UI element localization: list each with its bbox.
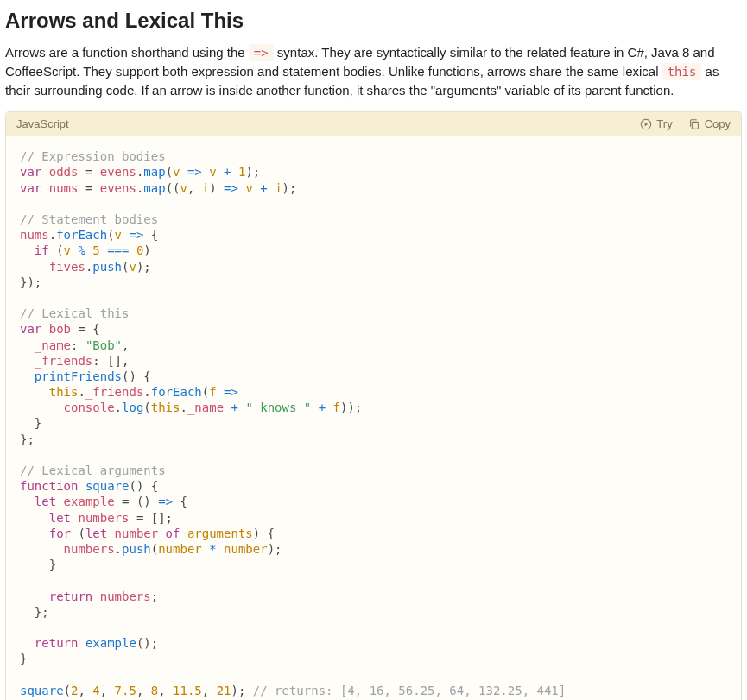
tok: % (71, 243, 92, 257)
tok: : (71, 338, 85, 352)
tok: odds (49, 165, 79, 179)
tok: nums (20, 228, 49, 242)
tok (20, 527, 49, 540)
code-comment: // Statement bodies (20, 212, 158, 226)
tok: _name (35, 338, 71, 352)
tok: + (217, 165, 238, 179)
tok: ); (245, 165, 260, 179)
tok: var (20, 322, 41, 336)
code-block: JavaScript Try Copy // Expression bodies… (5, 111, 742, 700)
tok: = { (71, 322, 100, 336)
tok: let (85, 527, 107, 540)
tok: . (115, 542, 122, 556)
tok: v (245, 181, 252, 195)
code-language-label: JavaScript (16, 117, 69, 130)
code-comment: // Lexical arguments (20, 464, 166, 477)
tok: = (78, 165, 99, 179)
tok: 8 (151, 684, 158, 697)
tok: let (35, 495, 56, 508)
tok: map (143, 181, 165, 195)
tok: ( (71, 527, 85, 540)
tok: = (78, 181, 99, 195)
tok: evens (100, 165, 136, 179)
tok: log (122, 400, 143, 414)
tok: , (158, 684, 173, 697)
try-label: Try (656, 117, 672, 130)
tok: v (129, 260, 136, 274)
tok: i (275, 181, 282, 195)
tok: example (64, 495, 115, 508)
tok: . (49, 228, 56, 242)
tok: nums (49, 181, 79, 195)
tok: } (20, 652, 27, 665)
tok: this (49, 385, 79, 399)
tok: ( (151, 542, 158, 556)
tok: ); (136, 260, 151, 274)
tok: , (78, 684, 92, 697)
tok: f (333, 400, 340, 414)
try-button[interactable]: Try (640, 117, 672, 130)
tok (20, 511, 49, 525)
tok: v (180, 181, 187, 195)
tok: arguments (187, 527, 253, 540)
tok: console (64, 400, 115, 414)
tok: , (122, 338, 129, 352)
tok: , (202, 684, 217, 697)
tok (78, 636, 85, 650)
tok: } (20, 558, 56, 571)
tok: (( (166, 181, 180, 195)
tok: evens (100, 181, 136, 195)
tok: => (217, 385, 238, 399)
section-heading: Arrows and Lexical This (5, 9, 742, 33)
tok: printFriends (35, 369, 122, 383)
tok: = () (115, 495, 159, 508)
tok: let (49, 511, 71, 525)
tok: ) (209, 181, 216, 195)
tok: ); (231, 684, 253, 697)
tok: }; (20, 432, 35, 446)
tok: " knows " (245, 400, 311, 414)
tok: function (20, 479, 78, 493)
tok (20, 400, 64, 414)
tok: if (35, 243, 49, 257)
tok: }); (20, 275, 41, 289)
tok: bob (49, 322, 71, 336)
tok: return (49, 590, 93, 603)
tok: i (202, 181, 209, 195)
tok: push (92, 260, 122, 274)
copy-label: Copy (705, 117, 731, 130)
tok: : [], (92, 354, 129, 368)
code-header: JavaScript Try Copy (6, 112, 741, 136)
tok: forEach (151, 385, 202, 399)
tok: ( (64, 684, 71, 697)
tok: example (85, 636, 136, 650)
tok: numbers (64, 542, 115, 556)
tok: * (202, 542, 224, 556)
tok (20, 243, 35, 257)
tok: numbers (78, 511, 129, 525)
tok (20, 260, 49, 274)
tok: }; (20, 605, 49, 619)
tok: 5 (92, 243, 99, 257)
tok: + (253, 181, 275, 195)
copy-icon (688, 118, 700, 130)
tok: v (115, 228, 122, 242)
code-content: // Expression bodies var odds = evens.ma… (6, 136, 741, 700)
code-comment: // returns: [4, 16, 56.25, 64, 132.25, 4… (253, 684, 566, 697)
tok (20, 354, 35, 368)
section-description: Arrows are a function shorthand using th… (5, 43, 742, 99)
tok: square (20, 684, 64, 697)
tok: ) { (253, 527, 275, 540)
tok: 4 (92, 684, 99, 697)
tok: f (209, 385, 216, 399)
tok: ( (166, 165, 173, 179)
tok: ); (282, 181, 297, 195)
tok: => (158, 495, 173, 508)
code-comment: // Expression bodies (20, 149, 166, 163)
tok: + (311, 400, 332, 414)
tok: number (224, 542, 268, 556)
tok (20, 369, 35, 383)
tok: => (122, 228, 151, 242)
copy-button[interactable]: Copy (688, 117, 731, 130)
tok: === (100, 243, 136, 257)
